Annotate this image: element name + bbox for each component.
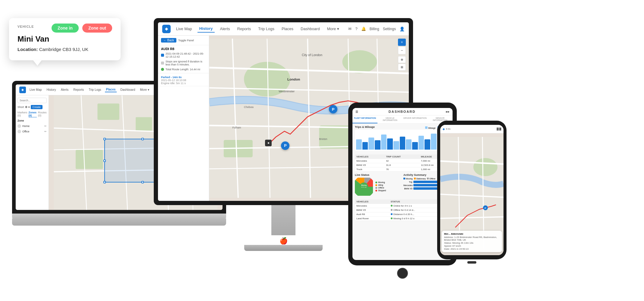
nav-dashboard[interactable]: Dashboard bbox=[119, 87, 136, 92]
desk-billing-link[interactable]: Billing bbox=[370, 27, 379, 31]
tablet-home-button[interactable] bbox=[397, 268, 408, 279]
search-input[interactable] bbox=[17, 98, 47, 103]
phone-home-button[interactable] bbox=[467, 261, 476, 264]
desk-nav-triplogas[interactable]: Trip Logs bbox=[256, 25, 276, 32]
tab-zones[interactable]: Zones (8) bbox=[29, 111, 37, 117]
svg-text:60.5% (4): 60.5% (4) bbox=[361, 186, 367, 188]
trip-count-cell: 42 bbox=[384, 159, 419, 163]
bar-12 bbox=[425, 139, 430, 150]
parked-label: Parked - 14m 6s bbox=[161, 76, 206, 79]
list-icon[interactable]: ≡ bbox=[28, 106, 30, 109]
bar-2 bbox=[362, 142, 368, 150]
phone-screen: ◈ 9:41 ▐▐▐ bbox=[440, 125, 504, 255]
nav-trip-logs[interactable]: Trip Logs bbox=[87, 87, 102, 92]
map-locate-btn[interactable]: ⊕ bbox=[398, 56, 406, 63]
desk-notification-icon[interactable]: 🔔 bbox=[361, 27, 366, 31]
zone-handle-tm[interactable] bbox=[141, 138, 144, 140]
svg-text:Westminster: Westminster bbox=[279, 90, 295, 93]
desk-nav-dashboard[interactable]: Dashboard bbox=[299, 25, 322, 32]
status-vehicle-cell: BMW X5 bbox=[355, 208, 389, 212]
col-vehicle: VEHICLES bbox=[355, 199, 389, 204]
bar-9 bbox=[406, 139, 412, 150]
table-row: Land Rover Moving 0 d 5 h 12 s bbox=[355, 217, 450, 221]
location-label: Location: bbox=[17, 47, 38, 52]
desk-nav-reports[interactable]: Reports bbox=[235, 25, 253, 32]
office-zone-icon bbox=[17, 130, 21, 133]
zone-handle-tl[interactable] bbox=[103, 138, 106, 140]
zone-handle-ml[interactable] bbox=[103, 160, 106, 162]
trip-parked-stop[interactable]: Parked - 14m 6s 2021-05-12 18:10:08 Engi… bbox=[158, 74, 209, 86]
phone-status: 9:41 bbox=[446, 128, 451, 130]
desk-nav-places[interactable]: Places bbox=[280, 25, 295, 32]
zone-office[interactable]: Office ✏ bbox=[17, 129, 47, 134]
nav-reports[interactable]: Reports bbox=[72, 87, 85, 92]
live-status-section: Live Status Moving 60.5% bbox=[355, 173, 402, 196]
desk-message-icon[interactable]: ✉ bbox=[348, 27, 352, 31]
nav-history[interactable]: History bbox=[46, 87, 57, 92]
tooltip-action-buttons: Zone in Zone out bbox=[52, 24, 112, 33]
trip-vehicle-name: AUDI R8 bbox=[158, 45, 209, 51]
tab-driver-info[interactable]: DRIVER INFORMATION bbox=[402, 116, 428, 123]
trip-count-cell: 31.8 bbox=[384, 163, 419, 167]
table-row: Truck 76 1,000 mi bbox=[355, 167, 450, 172]
map-layers-btn[interactable]: ⊞ bbox=[398, 64, 406, 71]
trips-section-header: Trips & Mileage Mileage Trip Hours bbox=[355, 125, 450, 130]
nav-alerts[interactable]: Alerts bbox=[60, 87, 70, 92]
zone-handle-bl[interactable] bbox=[103, 181, 106, 183]
desk-nav-history[interactable]: History bbox=[197, 25, 215, 33]
desk-settings-link[interactable]: Settings bbox=[383, 27, 396, 31]
hamburger-icon[interactable]: ☰ bbox=[355, 110, 358, 113]
activity-label-trip: Trip bbox=[403, 181, 412, 183]
desk-nav-livemap[interactable]: Live Map bbox=[174, 25, 194, 32]
tab-markers[interactable]: Markers (0) bbox=[17, 111, 27, 117]
tab-vehicle-info[interactable]: VEHICLE INFORMATION bbox=[377, 116, 402, 123]
calendar-icon bbox=[161, 54, 164, 57]
laptop-sidebar: Short ⚙ ≡ Create Markers (0) Zones (8) R… bbox=[16, 95, 49, 210]
back-button[interactable]: ← Back bbox=[161, 38, 176, 43]
desk-help-icon[interactable]: ? bbox=[355, 27, 357, 31]
desk-nav-alerts[interactable]: Alerts bbox=[218, 25, 232, 32]
status-vehicle-cell: Audi R8 bbox=[355, 212, 389, 217]
trip-panel-header: ← Back Toggle Panel bbox=[158, 36, 209, 45]
idling-dot bbox=[375, 184, 377, 186]
map-zoom-in[interactable]: + bbox=[398, 39, 406, 46]
zone-in-button[interactable]: Zone in bbox=[52, 24, 79, 33]
legend-mileage: Mileage bbox=[425, 126, 435, 129]
toggle-panel-btn[interactable]: Toggle Panel bbox=[178, 39, 194, 42]
zone-home-edit[interactable]: ✏ bbox=[44, 125, 47, 128]
nav-places[interactable]: Places bbox=[105, 87, 117, 92]
create-button[interactable]: Create bbox=[31, 105, 43, 109]
tab-fleet-info[interactable]: FLEET INFORMATION bbox=[352, 116, 377, 123]
zone-home[interactable]: Home ✏ bbox=[17, 123, 47, 129]
filter-icon[interactable]: ⚙ bbox=[25, 106, 27, 109]
svg-point-41 bbox=[473, 158, 497, 176]
app-logo: ◈ bbox=[19, 87, 26, 93]
activity-label-bmw: BMW X5 bbox=[403, 188, 412, 190]
zone-out-button[interactable]: Zone out bbox=[82, 24, 112, 33]
nav-live-map[interactable]: Live Map bbox=[28, 87, 43, 92]
phone-status-text: Status: Moving 4h 13m 13s bbox=[444, 242, 500, 244]
status-dot bbox=[391, 209, 393, 211]
bar-1 bbox=[356, 139, 362, 150]
vehicle-name-cell: Truck bbox=[355, 167, 384, 172]
svg-text:Chelsea: Chelsea bbox=[244, 106, 254, 109]
dashboard-header: ☰ DASHBOARD ▶▶ bbox=[352, 108, 453, 116]
svg-text:Fulham: Fulham bbox=[232, 126, 241, 129]
phone-body: ◈ 9:41 ▐▐▐ bbox=[437, 121, 507, 259]
desk-user-avatar[interactable]: 👤 bbox=[399, 27, 405, 31]
desk-nav-more[interactable]: More ▾ bbox=[325, 25, 341, 32]
tab-routes[interactable]: Routes (0) bbox=[38, 111, 47, 117]
phone-date: Date: 2021 in 15:50:13 bbox=[444, 248, 500, 250]
nav-more[interactable]: More ▾ bbox=[139, 87, 150, 92]
legend-moving: Moving bbox=[375, 181, 386, 183]
bar-5 bbox=[381, 135, 387, 150]
zone-handle-bm[interactable] bbox=[141, 181, 144, 183]
tooltip-vehicle-label: VEHICLE bbox=[17, 25, 34, 28]
table-row: Audi R8 Distance 0 d 20 h... bbox=[355, 212, 450, 217]
engine-idle: Engine Idle: 5m 11 s bbox=[161, 82, 206, 85]
map-zoom-out[interactable]: − bbox=[398, 46, 406, 54]
offline-label: Offline bbox=[378, 187, 384, 189]
zone-office-edit[interactable]: ✏ bbox=[44, 130, 47, 133]
svg-text:Brixton: Brixton bbox=[319, 138, 327, 141]
activity-label-mercedes: Mercedes bbox=[403, 184, 412, 186]
